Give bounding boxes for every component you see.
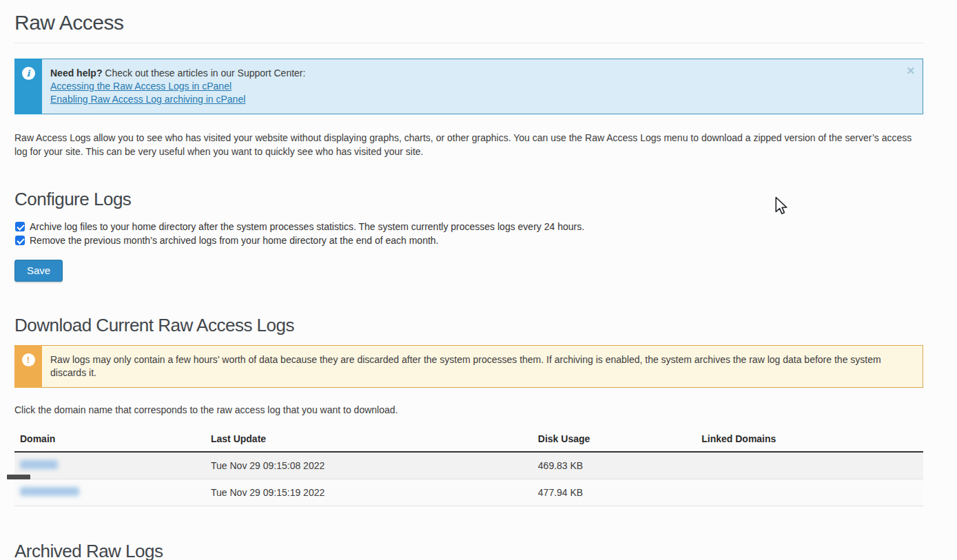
close-icon[interactable]: ✕ [906,65,915,76]
link-accessing-raw-access-logs[interactable]: Accessing the Raw Access Logs in cPanel [50,80,902,93]
intro-paragraph: Raw Access Logs allow you to see who has… [14,131,923,158]
raw-logs-warning-callout: ! Raw logs may only contain a few hours’… [14,345,923,388]
linked-domains-cell [696,452,923,479]
help-callout: i Need help? Check out these articles in… [14,59,923,114]
info-icon: i [22,67,35,80]
column-header-linked-domains: Linked Domains [696,428,923,452]
help-heading: Need help? [50,68,102,79]
disk-usage-cell: 469.83 KB [533,452,696,479]
configure-logs-heading: Configure Logs [14,189,923,210]
page-header: Raw Access [14,0,923,43]
archived-raw-logs-heading: Archived Raw Logs [14,541,923,560]
link-enabling-raw-access-log-archiving[interactable]: Enabling Raw Access Log archiving in cPa… [50,93,902,106]
column-header-last-update: Last Update [205,428,533,452]
disk-usage-cell: 477.94 KB [533,479,696,506]
table-header-row: Domain Last Update Disk Usage Linked Dom… [14,428,923,452]
warning-text: Raw logs may only contain a few hours’ w… [50,354,881,378]
domain-cell [14,479,205,506]
redacted-status-bar [7,475,30,479]
page-title: Raw Access [14,11,923,34]
info-callout-stripe: i [14,59,42,114]
domain-cell [14,452,205,479]
download-instruction: Click the domain name that corresponds t… [14,404,923,417]
warning-callout-body: Raw logs may only contain a few hours’ w… [42,345,923,388]
archived-raw-logs-section: Archived Raw Logs Click on a log archive… [14,541,923,560]
table-row: Tue Nov 29 09:15:19 2022 477.94 KB [14,479,923,506]
archive-logs-checkbox[interactable] [15,222,25,231]
download-raw-logs-heading: Download Current Raw Access Logs [14,315,923,336]
domain-link-redacted[interactable] [20,460,58,469]
raw-access-logs-table: Domain Last Update Disk Usage Linked Dom… [14,428,923,506]
archive-logs-label[interactable]: Archive log files to your home directory… [30,220,584,234]
help-callout-text: Need help? Check out these articles in o… [50,67,902,80]
last-update-cell: Tue Nov 29 09:15:08 2022 [205,452,533,479]
domain-link-redacted[interactable] [20,487,79,496]
help-text: Check out these articles in our Support … [102,68,305,79]
save-button[interactable]: Save [14,260,63,282]
column-header-disk-usage: Disk Usage [533,428,696,452]
warning-callout-stripe: ! [14,345,42,388]
remove-archived-logs-row: Remove the previous month’s archived log… [14,234,923,247]
configure-logs-section: Configure Logs Archive log files to your… [14,189,923,282]
linked-domains-cell [696,479,923,506]
help-callout-body: Need help? Check out these articles in o… [42,59,923,114]
warning-icon: ! [22,353,35,366]
table-row: Tue Nov 29 09:15:08 2022 469.83 KB [14,452,923,479]
download-raw-logs-section: Download Current Raw Access Logs ! Raw l… [14,315,923,506]
archive-logs-row: Archive log files to your home directory… [14,220,923,234]
last-update-cell: Tue Nov 29 09:15:19 2022 [205,479,533,506]
column-header-domain: Domain [14,428,205,452]
remove-archived-logs-checkbox[interactable] [15,236,25,245]
remove-archived-logs-label[interactable]: Remove the previous month’s archived log… [30,234,439,247]
